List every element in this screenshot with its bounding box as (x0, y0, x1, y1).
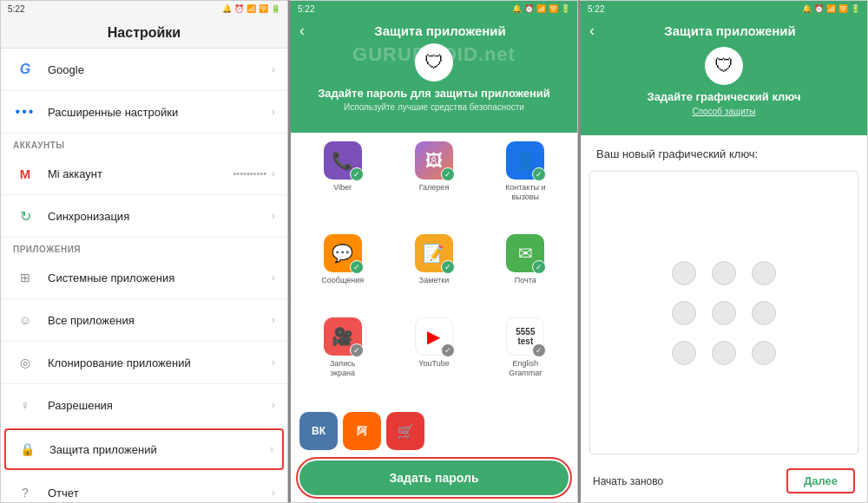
chevron-icon7: › (272, 356, 275, 369)
check-badge-mail: ✓ (532, 260, 546, 274)
lock-icon: 🔒 (15, 437, 39, 461)
sidebar-item-all-apps[interactable]: ☺ Все приложения › (1, 299, 287, 342)
sidebar-item-permissions[interactable]: ♀ Разрешения › (1, 384, 287, 427)
status-icons-2: 🔔 ⏰ 📶 🛜 🔋 (512, 4, 570, 13)
app-protection-panel: 5:22 🔔 ⏰ 📶 🛜 🔋 ‹ Защита приложений GURUD… (288, 0, 578, 503)
chevron-icon10: › (272, 487, 275, 499)
app-icon-wrap-english: 5555test ✓ (506, 317, 544, 356)
list-item[interactable]: ▶ ✓ YouTube (391, 317, 477, 405)
app-label-gallery: Галерея (419, 183, 450, 193)
back-button-3[interactable]: ‹ (589, 22, 595, 40)
pattern-bottom-actions: Начать заново Далее (589, 468, 858, 493)
alarm-icon3: 🔔 (802, 4, 812, 13)
question-mark-icon: ? (13, 480, 37, 502)
signal-icon: 📶 (247, 4, 256, 13)
emoji-icon: ☺ (13, 308, 37, 332)
pattern-grid (672, 261, 776, 365)
list-item[interactable]: ВК (299, 412, 338, 450)
green-subtitle: Задайте пароль для защиты приложений (318, 87, 550, 100)
sidebar-item-advanced[interactable]: ••• Расширенные настройки › (1, 91, 287, 134)
pattern-dot-9[interactable] (752, 341, 776, 365)
status-time-1: 5:22 (8, 4, 24, 14)
battery-icon: 🔋 (271, 4, 280, 13)
pattern-dot-1[interactable] (672, 261, 696, 285)
sidebar-item-report[interactable]: ? Отчет › (1, 472, 287, 502)
pattern-body: Ваш новый графический ключ: Начать занов… (581, 135, 867, 502)
shield-symbol: 🛡 (424, 51, 444, 74)
chevron-icon4: › (272, 210, 275, 222)
green-banner: GURUDROID.net 🛡 Задайте пароль для защит… (291, 43, 577, 121)
ali-app-icon: 阿 (343, 412, 381, 450)
pattern-dot-5[interactable] (712, 301, 736, 325)
bottom-app-row: ВК 阿 🛒 (291, 410, 577, 457)
list-item[interactable]: 🖼 ✓ Галерея (391, 141, 477, 229)
next-button[interactable]: Далее (786, 468, 855, 493)
app-icon-wrap-contacts: 👤 ✓ (506, 141, 544, 180)
chevron-icon5: › (272, 271, 275, 284)
sidebar-item-sync[interactable]: ↻ Синхронизация › (1, 195, 287, 238)
pattern-dot-6[interactable] (752, 301, 776, 325)
chevron-icon2: › (272, 106, 275, 118)
list-item[interactable]: 5555test ✓ English Grammar (483, 317, 569, 405)
back-button[interactable]: ‹ (299, 22, 305, 40)
sidebar-item-clone[interactable]: ◎ Клонирование приложений › (1, 342, 287, 384)
clock-icon3: ⏰ (814, 4, 824, 13)
set-password-button[interactable]: Задать пароль (299, 461, 569, 495)
list-item[interactable]: 🛒 (386, 412, 424, 450)
pattern-dot-8[interactable] (712, 341, 736, 365)
chevron-icon9: › (270, 443, 273, 455)
check-badge-recorder: ✓ (350, 343, 364, 357)
grid-icon: ⊞ (13, 265, 37, 290)
check-badge-messages: ✓ (350, 260, 364, 274)
sidebar-item-sys-apps[interactable]: ⊞ Системные приложения › (1, 257, 287, 299)
sidebar-item-mi[interactable]: M Mi аккаунт •••••••••• › (1, 153, 287, 195)
list-item[interactable]: 📞 ✓ Viber (299, 141, 385, 229)
pattern-title: Задайте графический ключ (647, 90, 800, 103)
list-item[interactable]: 📝 ✓ Заметки (391, 234, 477, 312)
list-item[interactable]: 阿 (343, 412, 381, 450)
sidebar-item-app-protect[interactable]: 🔒 Защита приложений › (4, 428, 284, 470)
pattern-header-content: 🛡 Задайте графический ключ Способ защиты (581, 43, 867, 123)
battery-icon3: 🔋 (851, 4, 860, 13)
signal-icon2: 📶 (536, 4, 546, 13)
app-icon-wrap-youtube: ▶ ✓ (415, 317, 453, 356)
wifi-icon3: 🛜 (838, 4, 848, 13)
pattern-dot-7[interactable] (672, 341, 696, 365)
green-header-3: ‹ Защита приложений 🛡 Задайте графически… (581, 16, 867, 135)
app-icon-wrap-recorder: 🎥 ✓ (324, 317, 362, 356)
chevron-icon6: › (272, 314, 275, 326)
shield-icon-large: 🛡 (415, 43, 453, 82)
settings-title: Настройки (1, 16, 287, 49)
app-grid: 📞 ✓ Viber 🖼 ✓ Галерея 👤 ✓ (291, 133, 577, 410)
status-time-2: 5:22 (298, 4, 314, 14)
chevron-icon3: › (272, 167, 275, 180)
settings-panel: 5:22 🔔 ⏰ 📶 🛜 🔋 Настройки G Google › ••• … (0, 0, 288, 503)
list-item[interactable]: ✉ ✓ Почта (483, 234, 569, 312)
app-icon-wrap-messages: 💬 ✓ (324, 234, 362, 272)
pattern-dot-3[interactable] (752, 261, 776, 285)
vk-app-icon: ВК (299, 412, 338, 450)
app-label-contacts: Контакты и вызовы (499, 183, 551, 202)
pattern-link[interactable]: Способ защиты (692, 107, 755, 116)
section-accounts: АККАУНТЫ (1, 134, 287, 153)
list-item[interactable]: 🎥 ✓ Запись экрана (299, 317, 385, 405)
pattern-dot-2[interactable] (712, 261, 736, 285)
shield-symbol-3: 🛡 (714, 55, 733, 77)
app-icon-wrap-vk: ВК (299, 412, 338, 450)
app-icon-wrap-notes: 📝 ✓ (415, 234, 453, 272)
google-icon: G (13, 57, 37, 82)
list-item[interactable]: 👤 ✓ Контакты и вызовы (483, 141, 569, 229)
app-icon-wrap-shop: 🛒 (386, 412, 424, 450)
status-bar-1: 5:22 🔔 ⏰ 📶 🛜 🔋 (1, 1, 287, 16)
settings-list: G Google › ••• Расширенные настройки › А… (1, 49, 287, 502)
pattern-grid-container[interactable] (589, 171, 858, 454)
restart-button[interactable]: Начать заново (593, 475, 663, 487)
pattern-label: Ваш новый графический ключ: (589, 147, 758, 160)
app-label-english: English Grammar (499, 359, 551, 378)
list-item[interactable]: 💬 ✓ Сообщения (299, 234, 385, 312)
pattern-dot-4[interactable] (672, 301, 696, 325)
app-label-viber: Viber (333, 183, 352, 193)
sidebar-item-google[interactable]: G Google › (1, 49, 287, 91)
shield-icon-3: 🛡 (705, 47, 743, 85)
clone-icon: ◎ (13, 350, 37, 375)
